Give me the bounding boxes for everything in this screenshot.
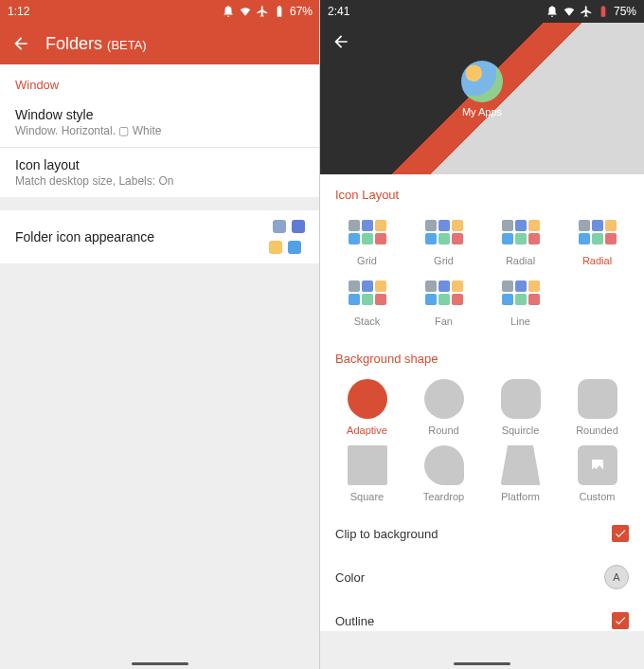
- layout-option-fan[interactable]: Fan: [406, 272, 481, 331]
- layout-thumb-icon: [348, 276, 387, 310]
- layout-option-stack[interactable]: Stack: [330, 272, 404, 331]
- toolbar: Folders (BETA): [0, 23, 320, 64]
- shape-option-adaptive[interactable]: Adaptive: [330, 375, 404, 440]
- layout-option-grid[interactable]: Grid: [406, 211, 481, 270]
- shape-option-teardrop[interactable]: Teardrop: [406, 442, 481, 506]
- back-icon[interactable]: [331, 32, 350, 51]
- folder-preview-panel: My Apps: [320, 23, 644, 174]
- shape-thumb-icon: [424, 379, 464, 419]
- back-icon[interactable]: [11, 34, 30, 53]
- layout-thumb-icon: [348, 215, 387, 249]
- shape-option-rounded[interactable]: Rounded: [560, 375, 635, 440]
- wifi-icon: [239, 5, 252, 18]
- airplane-icon: [580, 5, 593, 18]
- screen-folder-icon-appearance: 2:41 75% My Apps Icon Layout GridGridRad…: [319, 0, 644, 669]
- dnd-icon: [222, 5, 235, 18]
- bg-shape-label: Background shape: [320, 338, 644, 371]
- layout-thumb-icon: [578, 215, 617, 249]
- airplane-icon: [256, 5, 269, 18]
- layout-thumb-icon: [424, 215, 464, 249]
- shape-thumb-icon: [424, 445, 464, 485]
- battery-icon: [597, 5, 610, 18]
- row-clip-to-background[interactable]: Clip to background: [320, 514, 644, 553]
- folder-icon-preview: [267, 220, 305, 254]
- nav-pill[interactable]: [454, 662, 510, 665]
- row-icon-layout[interactable]: Icon layout Match desktop size, Labels: …: [0, 148, 320, 197]
- icon-layout-label: Icon Layout: [320, 174, 644, 208]
- layout-option-line[interactable]: Line: [483, 272, 558, 331]
- checkbox-checked-icon[interactable]: [612, 612, 629, 629]
- row-outline[interactable]: Outline: [320, 601, 644, 631]
- shape-option-custom[interactable]: Custom: [560, 442, 635, 506]
- battery-text: 75%: [614, 5, 636, 18]
- shape-option-platform[interactable]: Platform: [483, 442, 558, 506]
- layout-thumb-icon: [501, 276, 541, 310]
- row-color[interactable]: Color A: [320, 553, 644, 601]
- layout-option-radial[interactable]: Radial: [560, 211, 635, 270]
- status-bar: 2:41 75%: [320, 0, 644, 23]
- nav-pill[interactable]: [132, 662, 188, 665]
- shape-option-squircle[interactable]: Squircle: [483, 375, 558, 440]
- battery-icon: [273, 5, 286, 18]
- shape-thumb-icon: [578, 445, 617, 485]
- shape-thumb-icon: [348, 445, 387, 485]
- color-swatch[interactable]: A: [604, 565, 629, 589]
- clock: 1:12: [8, 5, 29, 18]
- shape-option-round[interactable]: Round: [406, 375, 481, 440]
- bg-shape-grid: AdaptiveRoundSquircleRoundedSquareTeardr…: [320, 371, 644, 514]
- icon-layout-grid: GridGridRadialRadialStackFanLine: [320, 208, 644, 338]
- shape-option-square[interactable]: Square: [330, 442, 404, 506]
- page-title: Folders (BETA): [45, 34, 147, 54]
- layout-option-grid[interactable]: Grid: [330, 211, 404, 270]
- row-folder-icon-appearance[interactable]: Folder icon appearance: [0, 210, 320, 263]
- shape-thumb-icon: [348, 379, 387, 419]
- battery-text: 67%: [290, 5, 313, 18]
- screen-folders-settings: 1:12 67% Folders (BETA) Window Window st…: [0, 0, 321, 669]
- shape-thumb-icon: [578, 379, 617, 419]
- shape-thumb-icon: [501, 445, 541, 485]
- clock: 2:41: [328, 5, 349, 18]
- status-bar: 1:12 67%: [0, 0, 320, 23]
- preview-folder-icon: [461, 61, 503, 102]
- checkbox-checked-icon[interactable]: [612, 525, 629, 542]
- layout-thumb-icon: [501, 215, 541, 249]
- row-window-style[interactable]: Window style Window. Horizontal. ▢ White: [0, 98, 320, 147]
- layout-option-radial[interactable]: Radial: [483, 211, 558, 270]
- wifi-icon: [563, 5, 576, 18]
- dnd-icon: [546, 5, 559, 18]
- preview-folder-label: My Apps: [462, 106, 502, 118]
- layout-thumb-icon: [424, 276, 464, 310]
- shape-thumb-icon: [501, 379, 541, 419]
- section-window-label: Window: [0, 64, 320, 98]
